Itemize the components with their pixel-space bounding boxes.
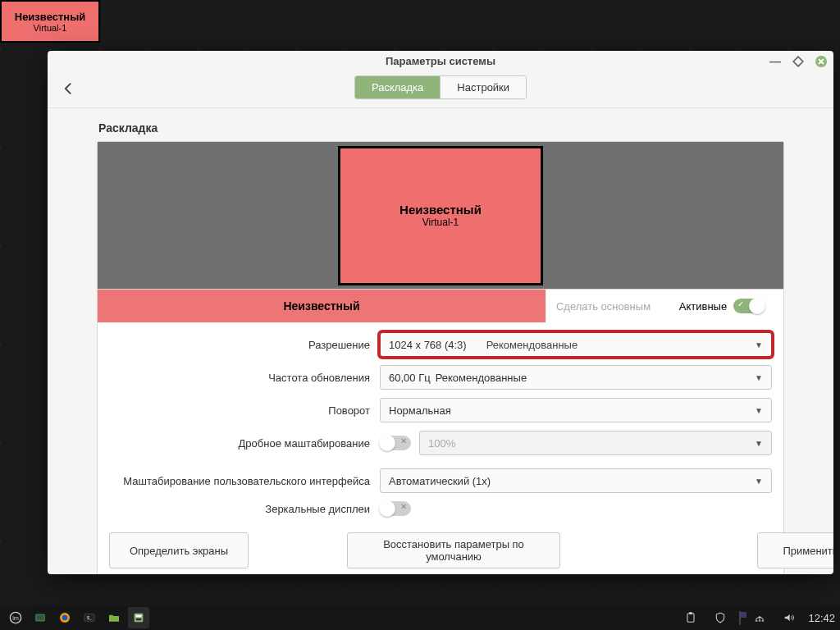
toolbar: Раскладка Настройки [48,67,833,108]
refresh-rate-combo[interactable]: 60,00 Гц Рекомендованные ▼ [380,365,772,390]
make-primary-button: Сделать основным [546,290,660,322]
maximize-button[interactable] [792,56,804,67]
svg-point-5 [62,615,68,621]
monitor-tile[interactable]: Неизвестный Virtual-1 [338,146,543,285]
refresh-value: 60,00 Гц [389,372,431,384]
display-status-row: Неизвестный Сделать основным Активные [98,290,783,322]
taskbar-app-settings[interactable] [128,607,149,628]
tray-shield-icon[interactable] [710,607,731,628]
svg-rect-11 [687,614,694,623]
window-titlebar[interactable]: Параметры системы — [48,51,833,67]
tray-network-icon[interactable] [749,607,770,628]
close-button[interactable] [815,56,827,67]
svg-rect-3 [36,614,45,621]
desktop-display-connector: Virtual-1 [34,23,67,33]
ui-scaling-label: Маштабирование пользовательского интерфе… [109,475,380,487]
rotation-value: Нормальная [389,404,451,417]
reset-defaults-button[interactable]: Восстановить параметры по умолчанию [347,532,560,568]
active-toggle[interactable] [733,299,765,313]
chevron-down-icon: ▼ [755,477,763,486]
svg-text:$_: $_ [87,615,93,620]
svg-text:lm: lm [12,614,19,622]
chevron-down-icon: ▼ [755,340,763,349]
back-button[interactable] [59,79,79,98]
view-switcher: Раскладка Настройки [354,75,527,99]
monitor-name: Неизвестный [399,203,482,217]
terminal-icon[interactable]: $_ [79,607,100,628]
display-panel: Неизвестный Virtual-1 Неизвестный Сделат… [97,141,784,574]
ui-scaling-combo[interactable]: Автоматический (1x) ▼ [380,468,772,493]
chevron-down-icon: ▼ [755,406,763,415]
rotation-combo[interactable]: Нормальная ▼ [380,398,772,422]
identify-displays-button[interactable]: Определить экраны [109,532,249,568]
resolution-label: Разрешение [109,339,380,351]
fractional-scaling-label: Дробное маштабирование [109,437,380,450]
svg-rect-12 [689,612,692,614]
menu-icon[interactable]: lm [5,607,26,628]
selected-display-tab[interactable]: Неизвестный [98,290,546,322]
resolution-value: 840 x 630 (4:3) [389,339,467,351]
settings-window: Параметры системы — Раскладка Настройки … [48,51,833,574]
tray-clipboard-icon[interactable] [680,607,701,628]
refresh-tag: Рекомендованные [436,372,527,384]
mirror-toggle[interactable] [380,501,411,516]
svg-rect-10 [136,619,142,621]
refresh-label: Частота обновления [109,372,380,384]
active-toggle-cell: Активные [660,290,783,322]
window-title: Параметры системы [386,55,495,67]
fractional-scaling-toggle[interactable] [380,436,411,450]
tray-volume-icon[interactable] [778,607,800,628]
resolution-combo[interactable]: 840 x 630 (4:3) Рекомендованные ▼ [380,332,772,357]
show-desktop-icon[interactable] [30,607,51,628]
chevron-down-icon: ▼ [755,373,763,382]
tab-settings[interactable]: Настройки [440,76,526,98]
tray-keyboard-layout[interactable] [739,612,741,624]
section-heading: Раскладка [98,121,784,135]
monitor-connector: Virtual-1 [422,217,459,228]
svg-rect-8 [135,614,144,623]
apply-button[interactable]: Применить [757,532,833,568]
taskbar[interactable]: lm $_ 12:42 [0,605,840,630]
display-arrangement-area[interactable]: Неизвестный Virtual-1 [98,142,783,290]
taskbar-clock[interactable]: 12:42 [808,612,835,624]
resolution-tag: Рекомендованные [486,339,578,351]
active-label: Активные [679,300,727,313]
desktop-display-name: Неизвестный [15,11,86,23]
mirror-label: Зеркальные дисплеи [109,503,380,515]
firefox-icon[interactable] [54,607,75,628]
svg-rect-9 [136,615,142,618]
flag-us-icon [739,611,741,625]
fractional-scaling-combo: 100% ▼ [419,431,772,455]
desktop-display-badge: Неизвестный Virtual-1 [0,0,100,43]
rotation-label: Поворот [109,404,380,417]
ui-scaling-value: Автоматический (1x) [389,475,491,487]
fractional-scaling-value: 100% [428,437,455,450]
minimize-button[interactable]: — [769,56,781,67]
tab-layout[interactable]: Раскладка [355,76,440,98]
files-icon[interactable] [103,607,125,628]
chevron-down-icon: ▼ [755,439,763,448]
